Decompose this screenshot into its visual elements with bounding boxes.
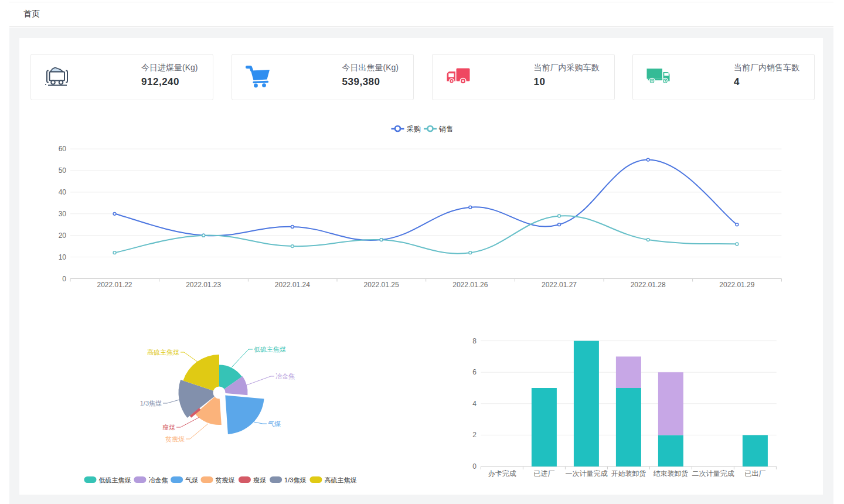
svg-text:冶金焦: 冶金焦 <box>148 476 168 483</box>
svg-text:50: 50 <box>59 166 67 175</box>
svg-text:2022.01.24: 2022.01.24 <box>275 281 310 289</box>
svg-text:2022.01.25: 2022.01.25 <box>364 281 399 289</box>
svg-text:30: 30 <box>59 210 67 218</box>
svg-text:低硫主焦煤: 低硫主焦煤 <box>254 346 286 353</box>
svg-text:二次计量完成: 二次计量完成 <box>692 469 734 478</box>
svg-text:2022.01.28: 2022.01.28 <box>631 281 666 289</box>
svg-text:40: 40 <box>59 188 67 196</box>
svg-text:8: 8 <box>472 337 477 345</box>
svg-text:0: 0 <box>472 462 477 471</box>
svg-text:一次计量完成: 一次计量完成 <box>565 469 607 478</box>
svg-text:开始装卸货: 开始装卸货 <box>611 469 646 478</box>
svg-text:已进厂: 已进厂 <box>533 469 554 478</box>
svg-text:2022.01.22: 2022.01.22 <box>97 281 132 289</box>
svg-text:2: 2 <box>472 431 477 439</box>
svg-text:贫瘦煤: 贫瘦煤 <box>165 435 185 442</box>
svg-text:气煤: 气煤 <box>185 476 198 483</box>
svg-text:低硫主焦煤: 低硫主焦煤 <box>99 476 131 483</box>
svg-text:已出厂: 已出厂 <box>744 469 765 478</box>
svg-text:采购: 采购 <box>407 125 421 133</box>
svg-text:2022.01.29: 2022.01.29 <box>719 281 754 289</box>
svg-text:0: 0 <box>62 275 66 283</box>
svg-text:办卡完成: 办卡完成 <box>488 469 516 478</box>
svg-text:60: 60 <box>59 145 67 153</box>
svg-text:高硫主焦煤: 高硫主焦煤 <box>324 476 356 483</box>
svg-text:1/3焦煤: 1/3焦煤 <box>140 400 162 407</box>
svg-text:瘦煤: 瘦煤 <box>253 476 266 483</box>
svg-text:气煤: 气煤 <box>268 420 281 427</box>
svg-text:4: 4 <box>472 400 477 408</box>
svg-text:10: 10 <box>59 253 67 261</box>
svg-text:瘦煤: 瘦煤 <box>162 424 175 431</box>
svg-text:1/3焦煤: 1/3焦煤 <box>284 476 306 483</box>
svg-text:2022.01.27: 2022.01.27 <box>542 281 577 289</box>
svg-text:6: 6 <box>472 368 477 376</box>
svg-text:2022.01.23: 2022.01.23 <box>186 281 221 289</box>
svg-text:贫瘦煤: 贫瘦煤 <box>216 476 235 483</box>
svg-text:冶金焦: 冶金焦 <box>275 373 295 380</box>
svg-text:高硫主焦煤: 高硫主焦煤 <box>147 349 179 356</box>
svg-text:结束装卸货: 结束装卸货 <box>653 469 688 478</box>
svg-text:销售: 销售 <box>438 125 453 133</box>
svg-text:2022.01.26: 2022.01.26 <box>452 281 488 289</box>
svg-text:20: 20 <box>59 231 67 240</box>
